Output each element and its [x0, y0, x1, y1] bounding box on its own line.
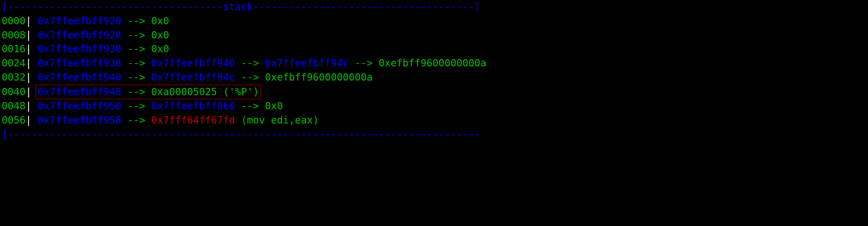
- stack-value: 0x0: [151, 15, 169, 27]
- arrow-icon: -->: [127, 29, 145, 41]
- stack-row: 0040| 0x7ffeefbff948 --> 0xa00005025 ('%…: [0, 85, 868, 100]
- annotation: (mov edi,eax): [241, 114, 319, 126]
- stack-address: 0x7ffeefbff930: [38, 43, 122, 55]
- stack-address: 0x7ffeefbff920: [38, 15, 122, 27]
- arrow-icon: -->: [127, 15, 145, 27]
- header-left-bracket: [: [2, 1, 8, 13]
- arrow-icon: -->: [127, 86, 145, 98]
- deref-address: 0x7ffeefbff940: [151, 57, 235, 69]
- stack-offset: 0056: [2, 114, 26, 126]
- stack-offset: 0032: [2, 71, 26, 83]
- stack-row: 0016| 0x7ffeefbff930 --> 0x0: [0, 42, 868, 56]
- highlight-box: 0x7ffeefbff948 --> 0xa00005025 ('%P'): [36, 85, 261, 100]
- separator-pipe: |: [26, 71, 32, 83]
- separator-pipe: |: [26, 100, 32, 112]
- header-dashes-left: ------------------------------------: [8, 1, 223, 13]
- stack-offset: 0016: [2, 43, 26, 55]
- deref-address: 0x7ffeefbff960: [151, 100, 235, 112]
- stack-row: 0032| 0x7ffeefbff940 --> 0x7ffeefbff94c …: [0, 70, 868, 85]
- code-address: 0x7fff64ff67fd: [151, 114, 235, 126]
- deref-address: 0x7ffeefbff94c: [151, 71, 235, 83]
- arrow-icon: -->: [241, 57, 259, 69]
- arrow-icon: -->: [127, 57, 145, 69]
- stack-value: 0xefbff9600000000a: [265, 71, 373, 83]
- stack-address: 0x7ffeefbff940: [38, 71, 122, 83]
- separator-pipe: |: [26, 29, 32, 41]
- stack-offset: 0008: [2, 29, 26, 41]
- stack-address: 0x7ffeefbff938: [38, 57, 122, 69]
- stack-address: 0x7ffeefbff950: [38, 100, 122, 112]
- arrow-icon: -->: [127, 114, 145, 126]
- arrow-icon: -->: [127, 43, 145, 55]
- arrow-icon: -->: [127, 100, 145, 112]
- stack-address: 0x7ffeefbff928: [38, 29, 122, 41]
- header-dashes-right: -------------------------------------: [253, 1, 475, 13]
- header-title: stack: [223, 1, 253, 13]
- separator-pipe: |: [26, 43, 32, 55]
- stack-header: [------------------------------------sta…: [0, 0, 868, 14]
- footer-left-bracket: [: [2, 128, 8, 140]
- stack-address: 0x7ffeefbff958: [38, 114, 122, 126]
- stack-footer: [---------------------------------------…: [0, 128, 868, 142]
- arrow-icon: -->: [241, 100, 259, 112]
- stack-row: 0008| 0x7ffeefbff928 --> 0x0: [0, 28, 868, 43]
- header-right-bracket: ]: [474, 1, 480, 13]
- stack-value: 0x0: [151, 43, 169, 55]
- arrow-icon: -->: [241, 71, 259, 83]
- stack-value: 0x0: [151, 29, 169, 41]
- stack-offset: 0024: [2, 57, 26, 69]
- stack-row: 0056| 0x7ffeefbff958 --> 0x7fff64ff67fd …: [0, 113, 868, 128]
- stack-value: 0x0: [265, 100, 283, 112]
- deref-address: 0x7ffeefbff94c: [265, 57, 349, 69]
- stack-row: 0024| 0x7ffeefbff938 --> 0x7ffeefbff940 …: [0, 56, 868, 70]
- stack-row: 0000| 0x7ffeefbff920 --> 0x0: [0, 14, 868, 28]
- arrow-icon: -->: [355, 57, 372, 69]
- stack-address: 0x7ffeefbff948: [38, 86, 122, 98]
- separator-pipe: |: [26, 15, 32, 27]
- stack-offset: 0040: [2, 86, 26, 98]
- footer-dashes: ----------------------------------------…: [8, 128, 480, 140]
- separator-pipe: |: [26, 57, 32, 69]
- separator-pipe: |: [26, 114, 32, 126]
- annotation: ('%P'): [223, 86, 259, 98]
- stack-value: 0xa00005025: [151, 86, 217, 98]
- stack-offset: 0000: [2, 15, 26, 27]
- stack-body: 0000| 0x7ffeefbff920 --> 0x00008| 0x7ffe…: [0, 14, 868, 128]
- stack-offset: 0048: [2, 100, 26, 112]
- stack-value: 0xefbff9600000000a: [378, 57, 486, 69]
- separator-pipe: |: [26, 86, 32, 98]
- stack-row: 0048| 0x7ffeefbff950 --> 0x7ffeefbff960 …: [0, 99, 868, 113]
- arrow-icon: -->: [127, 71, 145, 83]
